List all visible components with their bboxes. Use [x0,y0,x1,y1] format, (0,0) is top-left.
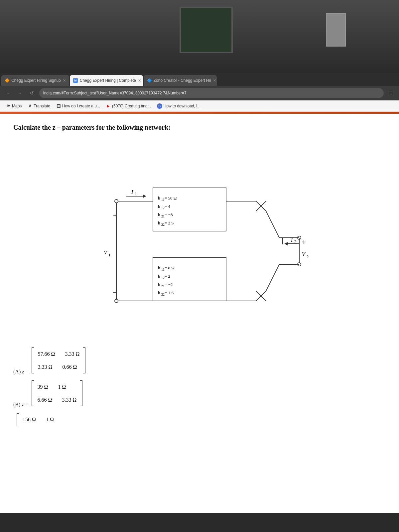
svg-text:h: h [158,196,160,200]
svg-text:1: 1 [135,191,137,196]
cell-b-12: 1 Ω [58,381,66,393]
tab-label-zoho: Zoho Creator - Chegg Expert Hir [154,78,211,83]
bookmark-translate-label: Translate [34,104,50,108]
answer-options: (A) z = 57.66 Ω 3.33 Ω 3.33 Ω 0.66 Ω [13,347,386,426]
bookmark-creating-label: (5070) Creating and... [112,104,151,108]
svg-text:h: h [158,220,160,225]
svg-text:21: 21 [161,284,165,288]
bookmark-how-create[interactable]: 🔲 How do I create a u... [54,103,102,109]
tab-close-complete[interactable]: ✕ [138,78,141,83]
device-box [326,13,346,47]
forward-button[interactable]: → [15,88,25,98]
svg-text:h: h [158,274,160,279]
svg-marker-56 [284,242,288,245]
svg-text:V: V [302,251,306,257]
matrix-row-a1: 57.66 Ω 3.33 Ω [35,347,82,360]
answer-a-matrix: 57.66 Ω 3.33 Ω 3.33 Ω 0.66 Ω [32,347,85,373]
address-input[interactable] [39,88,384,98]
maps-icon: 🗺 [6,104,11,108]
answer-c: 156 Ω 1 Ω [13,413,386,426]
bookmarks-bar: 🗺 Maps A Translate 🔲 How do I create a u… [0,100,399,112]
bookmark-download[interactable]: B How to download, i... [155,103,202,109]
browser-chrome: 🔶 Chegg Expert Hiring Signup ✕ M Chegg E… [0,73,399,112]
tab-zoho[interactable]: 🔷 Zoho Creator - Chegg Expert Hir ✕ [144,75,217,86]
cell-b-21: 6.66 Ω [38,394,52,406]
tab-icon-signup: 🔶 [5,78,9,83]
bookmark-maps[interactable]: 🗺 Maps [4,103,24,109]
monitor-screen [181,8,231,52]
svg-text:22: 22 [161,293,165,296]
svg-text:2: 2 [307,254,309,259]
circuit-diagram-area: .circuit-text { font-family: 'Times New … [13,141,386,334]
cell-b-11: 39 Ω [38,381,48,393]
tab-chegg-complete[interactable]: M Chegg Expert Hiring | Complete ✕ [70,75,143,86]
svg-text:I: I [131,189,133,195]
svg-text:12: 12 [161,276,165,280]
bracket-right-b [80,380,82,406]
tab-close-zoho[interactable]: ✕ [213,78,216,83]
translate-icon: A [28,104,32,108]
svg-text:= 4: = 4 [165,204,171,209]
tab-label-complete: Chegg Expert Hiring | Complete [80,78,136,83]
svg-marker-3 [143,195,146,198]
svg-line-44 [266,264,279,291]
cell-a-12: 3.33 Ω [65,348,79,360]
cell-a-11: 57.66 Ω [38,348,55,360]
svg-point-10 [115,299,118,303]
cell-b-22: 3.33 Ω [62,394,76,406]
reload-button[interactable]: ↺ [27,88,37,98]
cell-a-21: 3.33 Ω [38,361,52,373]
svg-point-0 [115,200,118,203]
tab-chegg-signup[interactable]: 🔶 Chegg Expert Hiring Signup ✕ [1,75,69,86]
answer-b: (B) z = 39 Ω 1 Ω 6.66 Ω 3.33 Ω [13,380,386,411]
bookmark-creating[interactable]: ▶ (5070) Creating and... [104,103,153,109]
tab-bar: 🔶 Chegg Expert Hiring Signup ✕ M Chegg E… [0,73,399,86]
bracket-right-a [83,347,85,373]
download-icon: B [157,103,162,109]
matrix-cells-b: 39 Ω 1 Ω 6.66 Ω 3.33 Ω [35,380,79,406]
bookmark-translate[interactable]: A Translate [26,103,52,109]
svg-text:= 50 Ω: = 50 Ω [165,196,177,200]
svg-text:21: 21 [161,214,165,218]
matrix-row-a2: 3.33 Ω 0.66 Ω [35,360,82,373]
question-title: Calculate the z – parameters for the fol… [13,124,386,131]
svg-text:h: h [158,204,160,209]
svg-text:= 8 Ω: = 8 Ω [165,265,175,270]
bracket-left-a [32,347,34,373]
back-button[interactable]: ← [3,88,13,98]
svg-text:V: V [104,250,108,255]
answer-c-matrix: 156 Ω 1 Ω [17,413,57,426]
matrix-row-b2: 6.66 Ω 3.33 Ω [35,393,79,406]
tab-close-signup[interactable]: ✕ [63,78,66,83]
cell-a-22: 0.66 Ω [62,361,77,373]
svg-text:= −2: = −2 [165,282,173,287]
page-content: Calculate the z – parameters for the fol… [0,114,399,513]
cell-c-12: 1 Ω [46,414,54,425]
svg-text:h: h [158,212,160,217]
tab-label-signup: Chegg Expert Hiring Signup [11,78,61,83]
svg-text:= 2 S: = 2 S [165,220,174,225]
svg-text:h: h [158,282,160,287]
svg-text:h: h [158,265,160,270]
creating-icon: ▶ [106,104,111,108]
menu-button[interactable]: ⋮ [386,88,396,98]
matrix-row-c1: 156 Ω 1 Ω [20,413,57,426]
matrix-cells-c: 156 Ω 1 Ω [20,413,57,426]
svg-text:= −8: = −8 [165,212,173,217]
svg-text:11: 11 [161,198,165,201]
tab-icon-zoho: 🔷 [147,78,152,83]
bookmark-maps-label: Maps [12,104,22,108]
svg-line-43 [266,211,279,238]
cell-c-11: 156 Ω [23,414,36,425]
svg-text:= 1 S: = 1 S [165,290,174,295]
answer-a-label: (A) z = [13,366,28,377]
address-bar-row: ← → ↺ ⋮ [0,86,399,100]
svg-text:h: h [158,290,160,295]
svg-text:2: 2 [294,239,297,244]
answer-b-matrix: 39 Ω 1 Ω 6.66 Ω 3.33 Ω [32,380,83,406]
svg-text:I: I [291,237,293,243]
tab-icon-complete: M [73,78,78,83]
svg-text:12: 12 [161,206,165,210]
matrix-cells-a: 57.66 Ω 3.33 Ω 3.33 Ω 0.66 Ω [35,347,82,373]
answer-b-label: (B) z = [13,399,28,410]
